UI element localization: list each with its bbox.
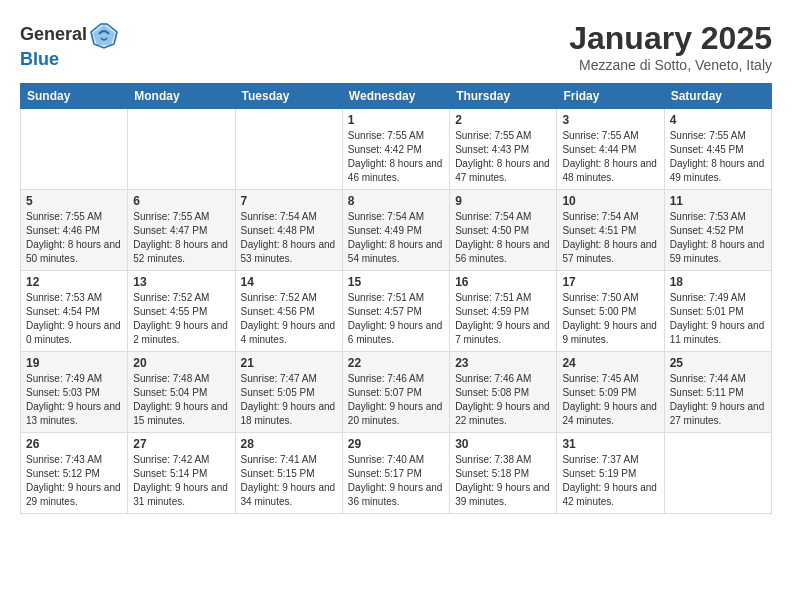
day-number: 9 (455, 194, 551, 208)
calendar-cell: 25Sunrise: 7:44 AM Sunset: 5:11 PM Dayli… (664, 352, 771, 433)
day-number: 11 (670, 194, 766, 208)
day-info: Sunrise: 7:55 AM Sunset: 4:45 PM Dayligh… (670, 129, 766, 185)
day-info: Sunrise: 7:55 AM Sunset: 4:47 PM Dayligh… (133, 210, 229, 266)
day-info: Sunrise: 7:45 AM Sunset: 5:09 PM Dayligh… (562, 372, 658, 428)
calendar-cell: 4Sunrise: 7:55 AM Sunset: 4:45 PM Daylig… (664, 109, 771, 190)
calendar-week-row: 1Sunrise: 7:55 AM Sunset: 4:42 PM Daylig… (21, 109, 772, 190)
calendar-cell (21, 109, 128, 190)
calendar-cell: 29Sunrise: 7:40 AM Sunset: 5:17 PM Dayli… (342, 433, 449, 514)
calendar-cell: 28Sunrise: 7:41 AM Sunset: 5:15 PM Dayli… (235, 433, 342, 514)
day-info: Sunrise: 7:47 AM Sunset: 5:05 PM Dayligh… (241, 372, 337, 428)
day-info: Sunrise: 7:49 AM Sunset: 5:01 PM Dayligh… (670, 291, 766, 347)
calendar-cell: 26Sunrise: 7:43 AM Sunset: 5:12 PM Dayli… (21, 433, 128, 514)
day-info: Sunrise: 7:51 AM Sunset: 4:57 PM Dayligh… (348, 291, 444, 347)
day-number: 18 (670, 275, 766, 289)
day-info: Sunrise: 7:54 AM Sunset: 4:50 PM Dayligh… (455, 210, 551, 266)
calendar-table: SundayMondayTuesdayWednesdayThursdayFrid… (20, 83, 772, 514)
day-info: Sunrise: 7:50 AM Sunset: 5:00 PM Dayligh… (562, 291, 658, 347)
month-title: January 2025 (569, 20, 772, 57)
weekday-header: Saturday (664, 84, 771, 109)
day-info: Sunrise: 7:54 AM Sunset: 4:49 PM Dayligh… (348, 210, 444, 266)
day-info: Sunrise: 7:46 AM Sunset: 5:07 PM Dayligh… (348, 372, 444, 428)
weekday-header: Sunday (21, 84, 128, 109)
day-info: Sunrise: 7:55 AM Sunset: 4:42 PM Dayligh… (348, 129, 444, 185)
page-header: General Blue January 2025 Mezzane di Sot… (20, 20, 772, 73)
weekday-header: Tuesday (235, 84, 342, 109)
calendar-cell: 10Sunrise: 7:54 AM Sunset: 4:51 PM Dayli… (557, 190, 664, 271)
day-number: 3 (562, 113, 658, 127)
logo-blue-text: Blue (20, 50, 119, 70)
day-number: 4 (670, 113, 766, 127)
calendar-cell: 16Sunrise: 7:51 AM Sunset: 4:59 PM Dayli… (450, 271, 557, 352)
calendar-cell: 31Sunrise: 7:37 AM Sunset: 5:19 PM Dayli… (557, 433, 664, 514)
day-number: 2 (455, 113, 551, 127)
calendar-cell: 5Sunrise: 7:55 AM Sunset: 4:46 PM Daylig… (21, 190, 128, 271)
calendar-cell: 18Sunrise: 7:49 AM Sunset: 5:01 PM Dayli… (664, 271, 771, 352)
day-number: 17 (562, 275, 658, 289)
day-number: 8 (348, 194, 444, 208)
weekday-header: Monday (128, 84, 235, 109)
weekday-header: Friday (557, 84, 664, 109)
calendar-cell: 24Sunrise: 7:45 AM Sunset: 5:09 PM Dayli… (557, 352, 664, 433)
calendar-week-row: 19Sunrise: 7:49 AM Sunset: 5:03 PM Dayli… (21, 352, 772, 433)
calendar-cell: 9Sunrise: 7:54 AM Sunset: 4:50 PM Daylig… (450, 190, 557, 271)
day-number: 28 (241, 437, 337, 451)
day-info: Sunrise: 7:41 AM Sunset: 5:15 PM Dayligh… (241, 453, 337, 509)
day-number: 29 (348, 437, 444, 451)
day-number: 24 (562, 356, 658, 370)
day-number: 27 (133, 437, 229, 451)
day-info: Sunrise: 7:43 AM Sunset: 5:12 PM Dayligh… (26, 453, 122, 509)
day-info: Sunrise: 7:48 AM Sunset: 5:04 PM Dayligh… (133, 372, 229, 428)
calendar-cell (128, 109, 235, 190)
calendar-cell: 3Sunrise: 7:55 AM Sunset: 4:44 PM Daylig… (557, 109, 664, 190)
calendar-header-row: SundayMondayTuesdayWednesdayThursdayFrid… (21, 84, 772, 109)
day-number: 21 (241, 356, 337, 370)
day-info: Sunrise: 7:53 AM Sunset: 4:52 PM Dayligh… (670, 210, 766, 266)
day-number: 30 (455, 437, 551, 451)
calendar-cell: 8Sunrise: 7:54 AM Sunset: 4:49 PM Daylig… (342, 190, 449, 271)
calendar-cell: 13Sunrise: 7:52 AM Sunset: 4:55 PM Dayli… (128, 271, 235, 352)
logo: General Blue (20, 20, 119, 70)
day-info: Sunrise: 7:38 AM Sunset: 5:18 PM Dayligh… (455, 453, 551, 509)
calendar-cell: 2Sunrise: 7:55 AM Sunset: 4:43 PM Daylig… (450, 109, 557, 190)
day-info: Sunrise: 7:49 AM Sunset: 5:03 PM Dayligh… (26, 372, 122, 428)
day-number: 14 (241, 275, 337, 289)
day-number: 19 (26, 356, 122, 370)
calendar-week-row: 26Sunrise: 7:43 AM Sunset: 5:12 PM Dayli… (21, 433, 772, 514)
calendar-cell: 6Sunrise: 7:55 AM Sunset: 4:47 PM Daylig… (128, 190, 235, 271)
day-info: Sunrise: 7:44 AM Sunset: 5:11 PM Dayligh… (670, 372, 766, 428)
calendar-cell: 7Sunrise: 7:54 AM Sunset: 4:48 PM Daylig… (235, 190, 342, 271)
day-number: 15 (348, 275, 444, 289)
day-info: Sunrise: 7:55 AM Sunset: 4:46 PM Dayligh… (26, 210, 122, 266)
calendar-cell (235, 109, 342, 190)
calendar-cell: 17Sunrise: 7:50 AM Sunset: 5:00 PM Dayli… (557, 271, 664, 352)
weekday-header: Thursday (450, 84, 557, 109)
calendar-cell: 27Sunrise: 7:42 AM Sunset: 5:14 PM Dayli… (128, 433, 235, 514)
day-info: Sunrise: 7:55 AM Sunset: 4:43 PM Dayligh… (455, 129, 551, 185)
day-number: 23 (455, 356, 551, 370)
calendar-week-row: 5Sunrise: 7:55 AM Sunset: 4:46 PM Daylig… (21, 190, 772, 271)
day-number: 1 (348, 113, 444, 127)
day-number: 7 (241, 194, 337, 208)
calendar-cell: 14Sunrise: 7:52 AM Sunset: 4:56 PM Dayli… (235, 271, 342, 352)
calendar-cell: 15Sunrise: 7:51 AM Sunset: 4:57 PM Dayli… (342, 271, 449, 352)
title-section: January 2025 Mezzane di Sotto, Veneto, I… (569, 20, 772, 73)
day-info: Sunrise: 7:52 AM Sunset: 4:55 PM Dayligh… (133, 291, 229, 347)
day-number: 10 (562, 194, 658, 208)
calendar-cell: 21Sunrise: 7:47 AM Sunset: 5:05 PM Dayli… (235, 352, 342, 433)
calendar-cell: 20Sunrise: 7:48 AM Sunset: 5:04 PM Dayli… (128, 352, 235, 433)
day-number: 31 (562, 437, 658, 451)
day-number: 6 (133, 194, 229, 208)
day-number: 25 (670, 356, 766, 370)
calendar-cell: 30Sunrise: 7:38 AM Sunset: 5:18 PM Dayli… (450, 433, 557, 514)
day-info: Sunrise: 7:40 AM Sunset: 5:17 PM Dayligh… (348, 453, 444, 509)
logo-general-text: General (20, 25, 87, 45)
weekday-header: Wednesday (342, 84, 449, 109)
day-number: 20 (133, 356, 229, 370)
calendar-cell: 1Sunrise: 7:55 AM Sunset: 4:42 PM Daylig… (342, 109, 449, 190)
calendar-cell: 22Sunrise: 7:46 AM Sunset: 5:07 PM Dayli… (342, 352, 449, 433)
day-info: Sunrise: 7:52 AM Sunset: 4:56 PM Dayligh… (241, 291, 337, 347)
calendar-cell: 19Sunrise: 7:49 AM Sunset: 5:03 PM Dayli… (21, 352, 128, 433)
day-number: 22 (348, 356, 444, 370)
day-info: Sunrise: 7:46 AM Sunset: 5:08 PM Dayligh… (455, 372, 551, 428)
